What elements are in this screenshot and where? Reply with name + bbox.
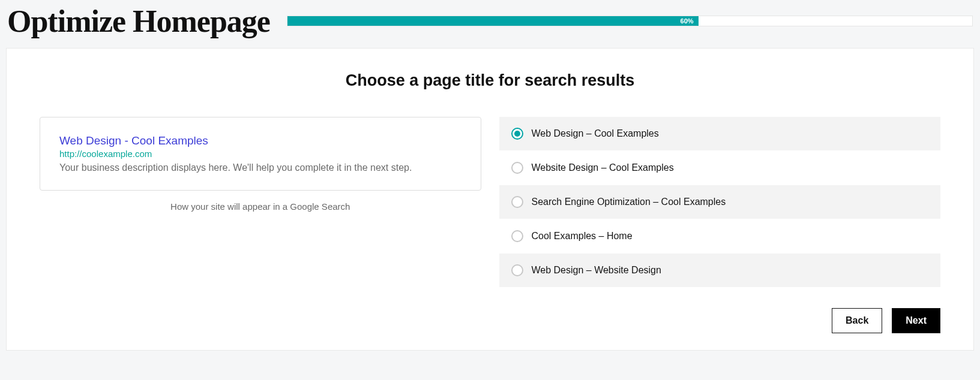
preview-column: Web Design - Cool Examples http://coolex… — [40, 117, 481, 212]
section-heading: Choose a page title for search results — [40, 71, 940, 90]
preview-title: Web Design - Cool Examples — [59, 134, 461, 147]
progress-fill: 60% — [287, 16, 699, 26]
title-option-label: Web Design – Website Design — [532, 265, 661, 276]
page-title: Optimize Homepage — [7, 4, 270, 39]
title-option-list: Web Design – Cool Examples Website Desig… — [499, 117, 941, 288]
radio-icon — [511, 264, 523, 276]
title-option[interactable]: Web Design – Website Design — [499, 254, 941, 288]
progress-bar: 60% — [287, 16, 973, 26]
two-column-layout: Web Design - Cool Examples http://coolex… — [40, 117, 940, 288]
button-row: Back Next — [40, 308, 940, 333]
main-card: Choose a page title for search results W… — [6, 48, 974, 351]
search-preview-box: Web Design - Cool Examples http://coolex… — [40, 117, 481, 191]
back-button[interactable]: Back — [832, 308, 882, 333]
radio-icon — [511, 128, 523, 140]
title-option[interactable]: Website Design – Cool Examples — [499, 151, 941, 185]
preview-caption: How your site will appear in a Google Se… — [40, 201, 481, 212]
title-option-label: Cool Examples – Home — [532, 231, 633, 242]
preview-url: http://coolexample.com — [59, 149, 461, 159]
title-option-label: Website Design – Cool Examples — [532, 162, 674, 173]
options-column: Web Design – Cool Examples Website Desig… — [499, 117, 941, 288]
radio-icon — [511, 162, 523, 174]
progress-label: 60% — [681, 17, 694, 25]
preview-description: Your business description displays here.… — [59, 162, 461, 173]
title-option-label: Web Design – Cool Examples — [532, 128, 659, 139]
next-button[interactable]: Next — [892, 308, 940, 333]
title-option[interactable]: Cool Examples – Home — [499, 219, 941, 254]
radio-icon — [511, 230, 523, 242]
title-option[interactable]: Search Engine Optimization – Cool Exampl… — [499, 185, 941, 219]
radio-icon — [511, 196, 523, 208]
title-option-label: Search Engine Optimization – Cool Exampl… — [532, 197, 726, 207]
header-bar: Optimize Homepage 60% — [0, 0, 980, 42]
title-option[interactable]: Web Design – Cool Examples — [499, 117, 941, 151]
